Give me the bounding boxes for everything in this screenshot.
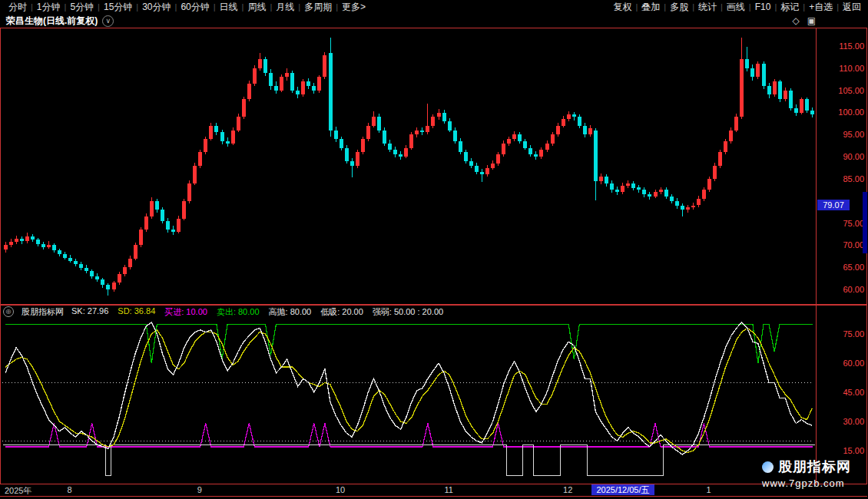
indicator-field: 低吸: 20.00	[320, 306, 363, 318]
menu-item-多周期[interactable]: 多周期	[300, 1, 336, 14]
indicator-chart[interactable]	[1, 305, 816, 484]
price-axis-label: 105.00	[838, 86, 864, 95]
menu-item-60分钟[interactable]: 60分钟	[177, 1, 213, 14]
watermark-title: 股朋指标网	[778, 458, 851, 476]
date-tick: 10	[336, 485, 345, 494]
menu-item-1分钟[interactable]: 1分钟	[33, 1, 65, 14]
menu-item-30分钟[interactable]: 30分钟	[138, 1, 174, 14]
price-axis-label: 95.00	[843, 130, 864, 139]
menu-item-返回[interactable]: 返回	[839, 1, 865, 14]
date-tick: 8	[68, 485, 72, 494]
date-axis: 2025/12/05/五 2025年891011121	[0, 485, 816, 496]
watermark-logo-icon	[762, 461, 774, 473]
tools-menu: 复权|叠加|多股|统计|画线|F10|标记|+自选|返回	[609, 1, 868, 14]
bottom-divider	[0, 496, 867, 497]
price-axis-label: 100.00	[838, 107, 864, 117]
date-tick: 12	[563, 485, 572, 494]
indicator-field: 高抛: 80.00	[269, 306, 312, 318]
price-axis-label: 90.00	[843, 152, 864, 161]
price-axis-label: 75.00	[843, 219, 864, 228]
indicator-field: SD: 36.84	[118, 306, 155, 318]
indicator-source[interactable]: 股朋指标网	[22, 306, 64, 318]
date-tick: 2025年	[5, 485, 31, 497]
indicator-logo-icon: ◎	[3, 306, 14, 317]
date-tick: 9	[197, 485, 202, 494]
indicator-axis-label: 45.00	[843, 388, 864, 397]
menu-item-5分钟[interactable]: 5分钟	[66, 1, 98, 14]
indicator-values: SK: 27.96SD: 36.84买进: 10.00卖出: 80.00高抛: …	[71, 306, 443, 318]
menu-item-分时[interactable]: 分时	[5, 1, 31, 14]
indicator-header: ◎ 股朋指标网 SK: 27.96SD: 36.84买进: 10.00卖出: 8…	[3, 306, 443, 317]
title-bar: 荣昌生物(日线.前复权) ∨ ◇ ▣	[0, 14, 868, 28]
stock-title: 荣昌生物(日线.前复权)	[6, 15, 98, 28]
indicator-axis-label: 75.00	[843, 329, 864, 339]
menu-item-F10[interactable]: F10	[751, 2, 775, 12]
price-axis: 79.07 115.00110.00105.00100.0095.0090.00…	[817, 28, 867, 305]
price-axis-label: 110.00	[839, 64, 864, 73]
menu-item-叠加[interactable]: 叠加	[638, 1, 664, 14]
last-price-tag: 79.07	[817, 200, 850, 210]
menu-item-周线[interactable]: 周线	[244, 1, 270, 14]
menu-item-复权[interactable]: 复权	[609, 1, 635, 14]
date-highlight: 2025/12/05/五	[591, 484, 654, 495]
watermark: 股朋指标网 www.7gpzb.com	[762, 458, 851, 489]
watermark-url: www.7gpzb.com	[762, 478, 851, 489]
indicator-axis-label: 30.00	[843, 417, 864, 426]
date-tick: 1	[706, 485, 711, 494]
price-axis-label: 70.00	[843, 240, 864, 250]
price-axis-label: 60.00	[843, 285, 864, 294]
price-axis-label: 115.00	[839, 41, 864, 51]
date-tick: 11	[444, 485, 452, 494]
title-dropdown-icon[interactable]: ∨	[102, 15, 114, 27]
indicator-axis-label: 60.00	[843, 359, 864, 368]
panel-icon[interactable]: ▣	[807, 15, 816, 26]
diamond-icon[interactable]: ◇	[792, 15, 799, 26]
menu-item-标记[interactable]: 标记	[777, 1, 803, 14]
menu-item-统计[interactable]: 统计	[694, 1, 721, 14]
indicator-field: SK: 27.96	[71, 306, 108, 318]
price-axis-label: 65.00	[843, 263, 864, 272]
indicator-field: 买进: 10.00	[164, 306, 207, 318]
menu-item-多股[interactable]: 多股	[666, 1, 692, 14]
indicator-axis-label: 15.00	[843, 446, 864, 455]
top-menu: 分时|1分钟|5分钟|15分钟|30分钟|60分钟|日线|周线|月线|多周期|更…	[0, 0, 868, 14]
menu-item-+自选[interactable]: +自选	[805, 1, 837, 14]
indicator-field: 强弱: 50.00 : 20.00	[373, 306, 443, 318]
menu-item-15分钟[interactable]: 15分钟	[100, 1, 136, 14]
menu-item-画线[interactable]: 画线	[723, 1, 749, 14]
menu-item-月线[interactable]: 月线	[272, 1, 298, 14]
price-axis-label: 85.00	[843, 174, 864, 183]
indicator-field: 卖出: 80.00	[217, 306, 260, 318]
menu-item-日线[interactable]: 日线	[216, 1, 242, 14]
period-menu: 分时|1分钟|5分钟|15分钟|30分钟|60分钟|日线|周线|月线|多周期|更…	[0, 1, 369, 14]
side-strip	[863, 192, 867, 253]
main-candlestick-chart[interactable]	[1, 28, 816, 304]
menu-item-更多>[interactable]: 更多>	[338, 1, 369, 14]
